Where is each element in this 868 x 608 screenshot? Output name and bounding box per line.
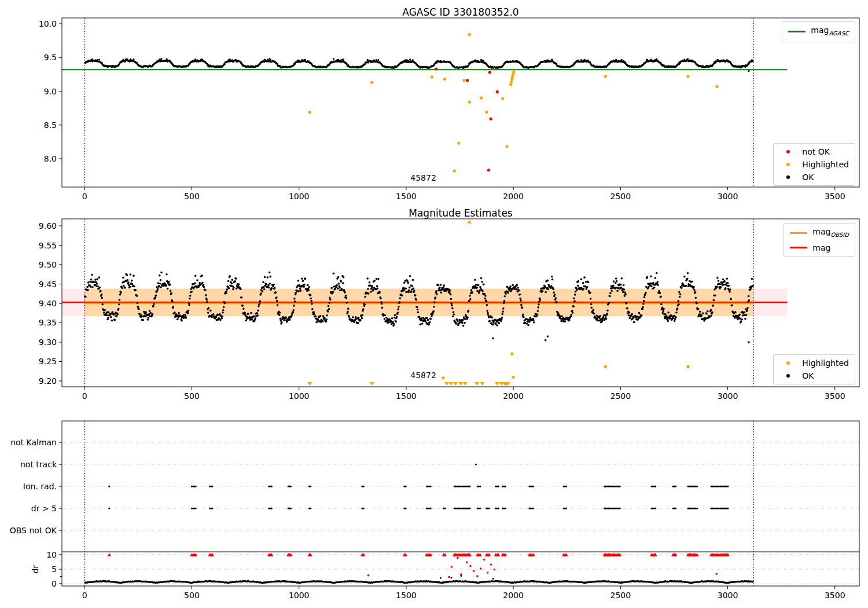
legend-dot-swatch-icon [779, 175, 797, 179]
svg-text:dr > 5: dr > 5 [31, 504, 57, 513]
svg-text:500: 500 [184, 391, 200, 401]
svg-text:500: 500 [184, 192, 200, 201]
svg-text:dr: dr [31, 565, 40, 573]
svg-text:2000: 2000 [503, 391, 524, 401]
legend-item-ok: OK [779, 371, 849, 381]
legend-label: OK [802, 371, 814, 381]
svg-text:2500: 2500 [610, 591, 631, 600]
legend-line-swatch-icon [790, 247, 807, 248]
svg-text:Ion. rad.: Ion. rad. [23, 482, 57, 491]
svg-text:0: 0 [52, 579, 57, 588]
svg-text:3000: 3000 [718, 591, 738, 600]
svg-text:1000: 1000 [289, 391, 310, 401]
top-plot-title: AGASC ID 330180352.0 [62, 6, 859, 18]
svg-text:1000: 1000 [289, 192, 310, 201]
legend-label: Highlighted [802, 159, 849, 170]
svg-text:2500: 2500 [610, 391, 631, 401]
legend-mid-status: HighlightedOK [773, 354, 855, 384]
svg-text:not Kalman: not Kalman [10, 438, 57, 447]
svg-text:9.0: 9.0 [44, 87, 57, 96]
svg-text:45872: 45872 [410, 371, 436, 380]
svg-text:9.5: 9.5 [44, 53, 57, 62]
svg-text:9.60: 9.60 [39, 221, 57, 230]
legend-item-mag-agasc: magAGASC [788, 25, 849, 39]
svg-text:9.30: 9.30 [39, 338, 57, 347]
svg-text:9.35: 9.35 [39, 318, 57, 327]
svg-text:2500: 2500 [610, 192, 631, 201]
legend-line-swatch-icon [790, 232, 807, 234]
svg-text:9.50: 9.50 [39, 260, 57, 269]
svg-text:1500: 1500 [396, 391, 417, 401]
svg-text:OBS not OK: OBS not OK [10, 526, 57, 535]
legend-label: magOBSID [812, 226, 849, 240]
legend-dot-swatch-icon [779, 374, 797, 378]
svg-text:10: 10 [46, 550, 57, 559]
legend-mid-lines: magOBSIDmag [784, 223, 855, 257]
svg-text:1500: 1500 [396, 192, 417, 201]
figure-agasc-magnitude-report: 4587205001000150020002500300035008.08.59… [0, 0, 868, 608]
svg-text:1500: 1500 [396, 591, 417, 600]
charts-canvas: 4587205001000150020002500300035008.08.59… [0, 0, 868, 608]
svg-text:2000: 2000 [503, 591, 524, 600]
svg-text:9.40: 9.40 [39, 299, 57, 308]
legend-item-mag: mag [790, 243, 849, 253]
legend-dot-swatch-icon [779, 361, 797, 365]
legend-mag-agasc: magAGASC [782, 21, 855, 42]
svg-text:9.45: 9.45 [39, 280, 57, 289]
svg-text:8.0: 8.0 [44, 154, 57, 163]
legend-label: mag [812, 243, 830, 253]
legend-item-not-ok: not OK [779, 146, 849, 157]
svg-text:2000: 2000 [503, 192, 524, 201]
svg-text:1000: 1000 [289, 591, 310, 600]
svg-text:0: 0 [82, 391, 87, 401]
svg-text:10.0: 10.0 [39, 19, 57, 28]
middle-plot-title: Magnitude Estimates [62, 207, 859, 219]
svg-text:5: 5 [52, 565, 57, 574]
svg-text:8.5: 8.5 [44, 120, 57, 130]
svg-text:9.55: 9.55 [39, 241, 57, 250]
svg-text:9.25: 9.25 [39, 357, 57, 366]
legend-item-mag-obsid: magOBSID [790, 226, 849, 240]
legend-top-status: not OKHighlightedOK [773, 143, 855, 186]
legend-item-highlighted: Highlighted [779, 358, 849, 368]
legend-item-ok: OK [779, 172, 849, 182]
legend-item-highlighted: Highlighted [779, 159, 849, 170]
svg-text:not track: not track [20, 460, 57, 469]
legend-line-swatch-icon [788, 31, 806, 32]
legend-label: not OK [802, 146, 830, 157]
svg-text:3000: 3000 [718, 391, 738, 401]
svg-text:45872: 45872 [410, 173, 436, 182]
legend-label: Highlighted [802, 358, 849, 368]
svg-text:500: 500 [184, 591, 200, 600]
svg-text:0: 0 [82, 192, 87, 201]
svg-text:3000: 3000 [718, 192, 738, 201]
legend-label: magAGASC [811, 25, 849, 39]
legend-dot-swatch-icon [779, 150, 797, 153]
svg-text:0: 0 [82, 591, 87, 600]
svg-text:3500: 3500 [825, 591, 845, 600]
svg-text:3500: 3500 [825, 391, 845, 401]
svg-text:9.20: 9.20 [39, 376, 57, 386]
legend-label: OK [802, 172, 814, 182]
svg-text:3500: 3500 [825, 192, 845, 201]
legend-dot-swatch-icon [779, 163, 797, 166]
